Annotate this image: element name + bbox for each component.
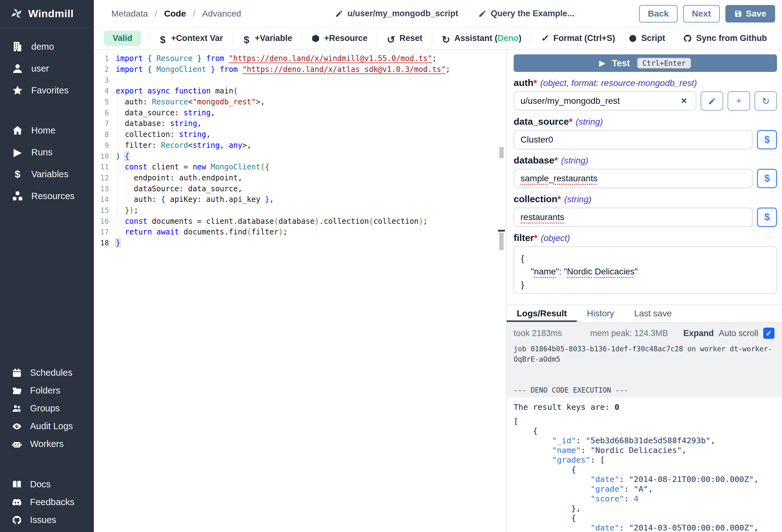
github-icon — [12, 515, 22, 525]
main-column: Metadata/Code/Advanced u/user/my_mongodb… — [94, 0, 782, 532]
toolbar-sync-from-github[interactable]: Sync from Github — [683, 32, 767, 45]
clear-icon[interactable]: ✕ — [678, 96, 689, 106]
sidebar-footer-group: DocsFeedbacksIssues — [0, 476, 94, 529]
code-line-13: 13 dataSource: data_source, — [94, 183, 506, 194]
data_source-input[interactable]: Cluster0 — [513, 130, 753, 149]
field-filter: filter*(object){ "name": "Nordic Delicac… — [513, 233, 777, 294]
cube-icon — [311, 34, 320, 43]
script-summary: Query the Example... — [491, 9, 574, 18]
field-data_source: data_source*(string)Cluster0$ — [513, 116, 777, 149]
editor-scrollbar-thumb[interactable] — [499, 147, 504, 158]
pencil-icon — [478, 10, 487, 18]
play-icon: ▶ — [599, 59, 605, 68]
toolbar-format-ctrl-s[interactable]: Format (Ctrl+S) — [531, 32, 624, 45]
sidebar-item-user[interactable]: user — [0, 58, 94, 79]
tab-advanced[interactable]: Advanced — [202, 9, 241, 19]
sidebar-item-docs[interactable]: Docs — [0, 476, 94, 493]
sidebar-item-schedules[interactable]: Schedules — [0, 364, 94, 382]
sidebar-item-audit-logs[interactable]: Audit Logs — [0, 417, 94, 435]
sidebar-item-demo[interactable]: demo — [0, 36, 94, 58]
tab-history[interactable]: History — [577, 305, 624, 322]
sidebar-item-feedbacks[interactable]: Feedbacks — [0, 493, 94, 511]
sidebar-item-groups[interactable]: Groups — [0, 400, 94, 417]
editor-overview-cursor-mark — [498, 230, 505, 232]
code-line-16: 16 const documents = client.database(dat… — [94, 216, 506, 227]
pencil-button[interactable] — [701, 91, 723, 111]
code-line-6: 6 data_source: string, — [94, 107, 506, 118]
toolbar-reset[interactable]: ↺Reset — [377, 32, 432, 45]
robot-icon — [12, 439, 22, 449]
sidebar-item-variables[interactable]: $Variables — [0, 163, 94, 185]
sidebar-item-folders[interactable]: Folders — [0, 382, 94, 400]
editor-scrollbar-thumb[interactable] — [499, 233, 504, 250]
log-area[interactable]: took 2183ms mem peak: 124.3MB Expand Aut… — [507, 322, 782, 397]
took-stat: took 2183ms — [513, 329, 562, 338]
script-path-edit[interactable]: u/user/my_mongodb_script — [335, 9, 458, 18]
script-identity: u/user/my_mongodb_script Query the Examp… — [335, 9, 574, 18]
collection-input[interactable]: restaurants — [513, 207, 753, 227]
fields-container: auth*(object, format: resource-mongodb_r… — [513, 78, 777, 294]
plus-button[interactable]: + — [727, 91, 750, 111]
toolbar-variable[interactable]: $+Variable — [233, 32, 301, 45]
dollar-icon: $ — [158, 34, 167, 43]
back-button[interactable]: Back — [639, 5, 678, 23]
sidebar-item-resources[interactable]: Resources — [0, 185, 94, 207]
toolbar-context-var[interactable]: $+Context Var — [149, 32, 233, 45]
dollar-icon: $ — [242, 34, 251, 43]
code-editor[interactable]: 1import { Resource } from "https://deno.… — [94, 49, 506, 532]
sidebar-item-home[interactable]: Home — [0, 119, 94, 141]
database-input[interactable]: sample_restaurants — [513, 169, 753, 188]
code-line-10: 10) { — [94, 151, 506, 162]
script-summary-edit[interactable]: Query the Example... — [478, 9, 574, 18]
expand-button[interactable]: Expand — [683, 329, 714, 338]
code-line-12: 12 endpoint: auth.endpoint, — [94, 173, 506, 184]
sidebar-item-issues[interactable]: Issues — [0, 511, 94, 529]
refresh-button[interactable]: ↻ — [754, 91, 777, 111]
code-line-9: 9 filter: Record<string, any>, — [94, 140, 506, 151]
tab-logs-result[interactable]: Logs/Result — [507, 305, 577, 322]
code-line-5: 5 auth: Resource<"mongodb_rest">, — [94, 97, 506, 108]
tab-last-save[interactable]: Last save — [624, 305, 682, 322]
top-header: Metadata/Code/Advanced u/user/my_mongodb… — [94, 0, 782, 28]
sidebar-item-runs[interactable]: ▶Runs — [0, 141, 94, 163]
sidebar-item-workers[interactable]: Workers — [0, 435, 94, 453]
sidebar-workspace-group: demouserFavorites — [0, 36, 94, 101]
next-button[interactable]: Next — [683, 5, 720, 23]
insert-variable-button[interactable]: $ — [757, 130, 777, 149]
users-icon — [12, 404, 22, 414]
folder-icon — [12, 386, 22, 396]
result-tabs: Logs/ResultHistoryLast save — [507, 304, 782, 322]
test-button[interactable]: ▶ Test Ctrl+Enter — [513, 54, 777, 72]
code-line-15: 15 }); — [94, 205, 506, 216]
sidebar-admin-group: SchedulesFoldersGroupsAudit LogsWorkers — [0, 364, 94, 453]
code-line-11: 11 const client = new MongoClient({ — [94, 162, 506, 173]
tab-code[interactable]: Code — [164, 9, 186, 19]
field-database: database*(string)sample_restaurants$ — [513, 155, 777, 188]
autoscroll-checkbox[interactable]: ✓ — [763, 328, 775, 339]
header-buttons: Back Next Save — [639, 5, 775, 23]
toolbar-script[interactable]: Script — [629, 32, 665, 45]
filter-json-editor[interactable]: { "name": "Nordic Delicacies"} — [513, 246, 777, 294]
toolbar-resource[interactable]: +Resource — [301, 32, 377, 45]
script-path: u/user/my_mongodb_script — [348, 9, 458, 18]
building-icon — [12, 41, 23, 52]
indent-guide — [127, 173, 127, 205]
insert-variable-button[interactable]: $ — [757, 207, 777, 227]
sidebar-item-favorites[interactable]: Favorites — [0, 79, 94, 101]
insert-variable-button[interactable]: $ — [757, 169, 777, 188]
result-headline: The result keys are: 0 — [513, 402, 782, 412]
code-line-17: 17 return await documents.find(filter); — [94, 227, 506, 237]
breadcrumb: Metadata/Code/Advanced — [111, 9, 241, 19]
user-icon — [12, 63, 23, 74]
editor-toolbar: Valid $+Context Var$+Variable+Resource↺R… — [94, 28, 782, 49]
code-line-7: 7 database: string, — [94, 118, 506, 129]
result-area[interactable]: The result keys are: 0 [ { "_id": "5eb3d… — [507, 397, 782, 532]
logo-row[interactable]: Windmill — [0, 0, 94, 28]
target-icon — [629, 34, 637, 43]
code-line-18: 18} — [94, 237, 506, 249]
pencil-icon — [708, 97, 716, 105]
auth-input[interactable]: u/user/my_mongodb_rest✕ — [513, 91, 696, 111]
tab-metadata[interactable]: Metadata — [111, 9, 148, 19]
save-button[interactable]: Save — [725, 5, 775, 23]
toolbar-assistant-deno[interactable]: ↻Assistant (Deno) — [432, 32, 531, 45]
